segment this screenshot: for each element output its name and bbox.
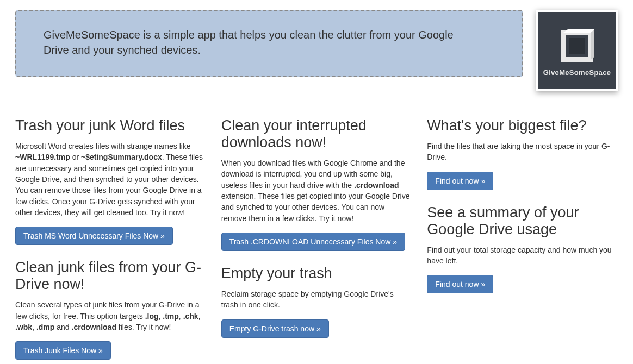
- column-3: What's your biggest file? Find the files…: [427, 117, 618, 364]
- section-title: Empty your trash: [221, 265, 412, 282]
- find-summary-button[interactable]: Find out now »: [427, 275, 493, 293]
- intro-text: GiveMeSomeSpace is a simple app that hel…: [44, 27, 457, 58]
- intro-banner: GiveMeSomeSpace is a simple app that hel…: [15, 10, 523, 77]
- section-title: Clean junk files from your G-Drive now!: [15, 259, 206, 293]
- app-logo-icon: [560, 29, 594, 63]
- section-desc: Reclaim storage space by emptying Google…: [221, 288, 412, 311]
- section-title: Clean your interrupted downloads now!: [221, 117, 412, 151]
- top-row: GiveMeSomeSpace is a simple app that hel…: [15, 10, 618, 91]
- section-biggest-file: What's your biggest file? Find the files…: [427, 117, 618, 190]
- trash-word-button[interactable]: Trash MS Word Unnecessary Files Now »: [15, 227, 173, 245]
- section-desc: When you download files with Google Chro…: [221, 158, 412, 224]
- section-title: What's your biggest file?: [427, 117, 618, 134]
- trash-crdownload-button[interactable]: Trash .CRDOWNLOAD Unnecessary Files Now …: [221, 233, 405, 251]
- logo-card: GiveMeSomeSpace: [536, 10, 618, 91]
- section-title: See a summary of your Google Drive usage: [427, 204, 618, 238]
- section-clean-downloads: Clean your interrupted downloads now! Wh…: [221, 117, 412, 251]
- column-2: Clean your interrupted downloads now! Wh…: [221, 117, 412, 364]
- section-clean-junk: Clean junk files from your G-Drive now! …: [15, 259, 206, 360]
- section-desc: Find out your total storage capacity and…: [427, 244, 618, 267]
- section-title: Trash your junk Word files: [15, 117, 206, 134]
- section-empty-trash: Empty your trash Reclaim storage space b…: [221, 265, 412, 338]
- trash-junk-button[interactable]: Trash Junk Files Now »: [15, 341, 111, 360]
- content-columns: Trash your junk Word files Microsoft Wor…: [15, 117, 618, 364]
- column-1: Trash your junk Word files Microsoft Wor…: [15, 117, 206, 364]
- svg-marker-2: [591, 29, 594, 60]
- svg-rect-3: [569, 38, 585, 54]
- section-desc: Microsoft Word creates files with strang…: [15, 141, 206, 218]
- section-usage-summary: See a summary of your Google Drive usage…: [427, 204, 618, 294]
- empty-trash-button[interactable]: Empty G-Drive trash now »: [221, 319, 329, 338]
- svg-marker-1: [563, 29, 594, 33]
- find-biggest-button[interactable]: Find out now »: [427, 172, 493, 190]
- section-trash-word: Trash your junk Word files Microsoft Wor…: [15, 117, 206, 245]
- logo-label: GiveMeSomeSpace: [543, 68, 611, 77]
- section-desc: Clean several types of junk files from y…: [15, 299, 206, 332]
- section-desc: Find the files that are taking the most …: [427, 141, 618, 163]
